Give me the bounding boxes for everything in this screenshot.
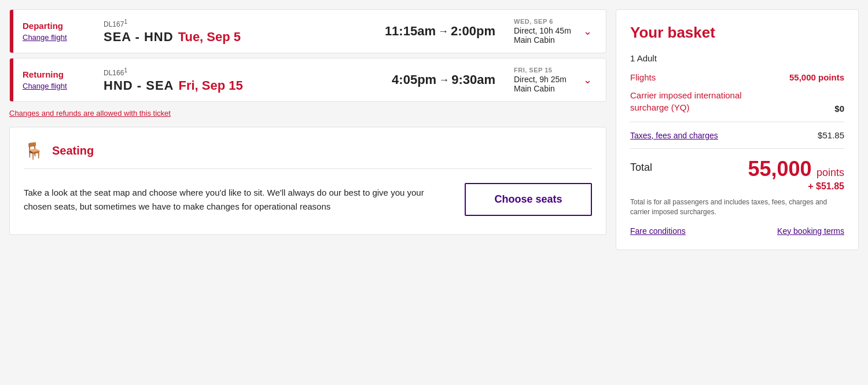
basket-adult-label: 1 Adult — [630, 53, 844, 63]
returning-arrive-time: 9:30am — [451, 72, 495, 87]
basket-divider — [630, 122, 844, 122]
basket-panel: Your basket 1 Adult Flights 55,000 point… — [616, 9, 859, 250]
seating-content: Take a look at the seat map and choose w… — [24, 183, 592, 216]
seating-header: 🪑 Seating — [24, 141, 592, 169]
departing-chevron-icon[interactable]: ⌄ — [583, 25, 597, 38]
departing-depart-time: 11:15am — [385, 24, 436, 39]
choose-seats-button[interactable]: Choose seats — [465, 183, 592, 216]
seating-card: 🪑 Seating Take a look at the seat map an… — [9, 127, 606, 235]
basket-surcharge-value: $0 — [834, 104, 844, 113]
departing-date: Tue, Sep 5 — [178, 30, 241, 45]
returning-times: 4:05pm → 9:30am — [392, 72, 495, 87]
basket-surcharge-row: Carrier imposed international surcharge … — [630, 89, 844, 113]
basket-total-points: 55,000 — [748, 157, 811, 181]
departing-arrive-date: WED, SEP 6 — [514, 18, 553, 25]
basket-taxes-row: Taxes, fees and charges $51.85 — [630, 130, 844, 140]
basket-flights-label: Flights — [630, 72, 656, 82]
returning-cabin: Main Cabin — [514, 84, 555, 93]
departing-times: 11:15am → 2:00pm — [385, 24, 495, 39]
departing-cabin: Main Cabin — [514, 35, 555, 45]
departing-arrow-icon: → — [438, 25, 448, 38]
key-booking-terms-link[interactable]: Key booking terms — [777, 226, 844, 236]
departing-label: Departing — [23, 21, 104, 31]
returning-flight-body: Returning Change flight DL1661 HND - SEA… — [13, 58, 606, 101]
basket-total-points-container: 55,000 points — [748, 157, 844, 181]
basket-taxes-value: $51.85 — [818, 130, 844, 140]
basket-total-label: Total — [630, 162, 652, 174]
basket-total-row: Total 55,000 points + $51.85 — [630, 157, 844, 192]
departing-route-row: SEA - HND Tue, Sep 5 — [104, 30, 241, 45]
basket-total-points-suffix: points — [816, 167, 844, 178]
departing-route-col: DL1671 SEA - HND Tue, Sep 5 — [104, 19, 371, 45]
basket-total-divider — [630, 148, 844, 149]
basket-taxes-link[interactable]: Taxes, fees and charges — [630, 131, 718, 140]
fare-conditions-link[interactable]: Fare conditions — [630, 226, 686, 236]
basket-title: Your basket — [630, 24, 844, 42]
basket-total-cash: + $51.85 — [748, 181, 844, 192]
returning-direct: Direct, 9h 25m — [514, 75, 567, 84]
returning-date: Fri, Sep 15 — [178, 78, 242, 93]
seat-icon: 🪑 — [24, 141, 44, 160]
departing-flight-number: DL1671 — [104, 19, 127, 28]
changes-notice-link[interactable]: Changes and refunds are allowed with thi… — [9, 109, 606, 118]
left-panel: Departing Change flight DL1671 SEA - HND… — [9, 9, 606, 250]
departing-flight-card: Departing Change flight DL1671 SEA - HND… — [9, 9, 606, 53]
departing-route: SEA - HND — [104, 30, 174, 45]
returning-label: Returning — [23, 69, 104, 79]
returning-flight-number: DL1661 — [104, 67, 127, 77]
returning-arrow-icon: → — [439, 74, 449, 86]
returning-arrive-date: FRI, SEP 15 — [514, 67, 552, 74]
returning-times-col: 4:05pm → 9:30am — [392, 72, 495, 87]
basket-surcharge-label: Carrier imposed international surcharge … — [630, 89, 757, 113]
seating-description: Take a look at the seat map and choose w… — [24, 186, 442, 214]
returning-depart-time: 4:05pm — [392, 72, 436, 87]
departing-change-link[interactable]: Change flight — [23, 33, 67, 42]
departing-direct: Direct, 10h 45m — [514, 26, 571, 35]
departing-info-col: WED, SEP 6 Direct, 10h 45m Main Cabin — [514, 18, 583, 45]
basket-note: Total is for all passengers and includes… — [630, 197, 844, 217]
returning-route-col: DL1661 HND - SEA Fri, Sep 15 — [104, 67, 378, 93]
returning-change-link[interactable]: Change flight — [23, 82, 67, 90]
basket-flights-row: Flights 55,000 points — [630, 72, 844, 82]
departing-label-col: Departing Change flight — [23, 21, 104, 42]
departing-arrive-time: 2:00pm — [451, 24, 495, 39]
returning-flight-card: Returning Change flight DL1661 HND - SEA… — [9, 58, 606, 102]
seating-title: Seating — [52, 144, 94, 157]
departing-times-col: 11:15am → 2:00pm — [385, 24, 495, 39]
basket-footer: Fare conditions Key booking terms — [630, 226, 844, 236]
returning-info-col: FRI, SEP 15 Direct, 9h 25m Main Cabin — [514, 67, 583, 93]
returning-chevron-icon[interactable]: ⌄ — [583, 74, 597, 86]
returning-route-row: HND - SEA Fri, Sep 15 — [104, 78, 243, 93]
basket-total-value: 55,000 points + $51.85 — [748, 157, 844, 192]
returning-label-col: Returning Change flight — [23, 69, 104, 91]
returning-route: HND - SEA — [104, 78, 174, 93]
basket-flights-value: 55,000 points — [789, 72, 844, 82]
departing-flight-body: Departing Change flight DL1671 SEA - HND… — [13, 10, 606, 53]
